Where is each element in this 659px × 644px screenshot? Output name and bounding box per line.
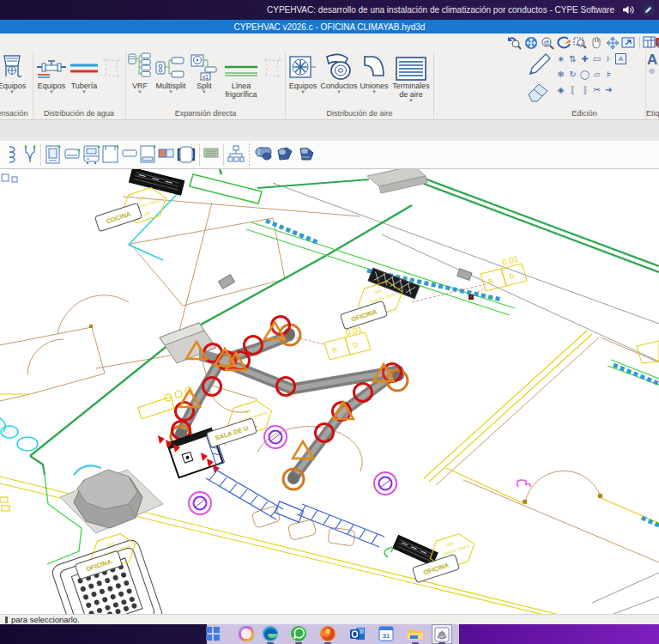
uniones-button[interactable]: Uniones ▼ [360,50,389,94]
dropdown-caret: ▼ [0,90,31,94]
edge-icon[interactable] [262,625,279,642]
align-icon[interactable]: ⊦ [603,53,614,64]
duct-ghost-icon [261,50,285,81]
dropdown-caret: ▼ [320,90,358,94]
fan-unit-icon [287,50,318,81]
copilot-icon[interactable] [238,625,255,642]
unit-slim-icon[interactable] [122,149,138,158]
nav-separator [639,37,640,49]
coil-icon[interactable] [6,145,18,164]
symmetry-icon[interactable]: ❄ [555,69,566,80]
cype-app-active[interactable] [432,624,452,644]
scheme-tree-icon[interactable] [227,145,245,164]
speaker-icon[interactable] [622,5,635,15]
tuberia-button[interactable]: Tubería ▼ [69,50,100,94]
resize-icon[interactable]: ▭ [591,53,602,64]
equipos-agua-button[interactable]: Equipos ▼ [35,50,68,94]
svg-text:000: 000 [445,540,454,547]
eraser-icon[interactable] [525,81,551,106]
ceiling-cassette[interactable] [51,538,165,614]
redraw-icon[interactable] [556,36,571,50]
app-bar: CYPEHVAC v2026.c - OFICINA CLIMAYAB.hyd3… [0,20,659,33]
duct-fitting1-icon[interactable] [255,147,272,161]
linea-frigorifica-button[interactable]: Línea frigorífica [221,50,262,99]
trim-left-icon[interactable]: ⟦ [567,84,578,95]
draw-pencil-icon[interactable] [525,52,553,82]
group-separator [433,51,434,130]
windows-start-icon[interactable] [204,625,221,642]
cyan-lines[interactable] [0,188,183,475]
cut-icon[interactable]: ✂ [591,84,602,95]
svg-text:D: D [508,272,515,281]
unit-bracket-icon[interactable] [177,145,196,164]
multisplit-icon [154,50,188,81]
zoom-window-icon[interactable]: @ [540,36,555,50]
text-icon[interactable]: A [615,53,626,64]
unit-door-icon[interactable] [140,145,157,164]
status-text: para seleccionarlo. [11,615,80,624]
drawing-canvas[interactable]: 0.01 0.01 B D B D [0,169,659,614]
outlook-icon[interactable] [349,625,366,642]
trim-right-icon[interactable]: ⟧ [579,84,590,95]
move-icon[interactable] [605,36,620,50]
zoom-previous-icon[interactable] [506,36,522,50]
multisplit-button[interactable]: Multisplit ▼ [154,50,188,94]
duct-node[interactable] [469,295,474,300]
small-grille-icon[interactable] [203,148,220,159]
rooftop-unit[interactable] [367,169,427,193]
grille-connector [384,548,392,557]
equipos-condensacion-button[interactable]: Equipos ▼ [0,50,31,94]
copy-icon[interactable]: ▱ [591,69,602,80]
split-button[interactable]: x1 Split ▼ [190,50,219,94]
ribbon-group-aire: Equipos ▼ Conductos ▼ Uniones ▼ [286,50,433,118]
edit-node-icon[interactable]: ∗ [555,53,566,64]
unit-horizontal-icon[interactable] [64,149,81,160]
terminales-button[interactable]: Terminales de aire ▼ [390,50,432,103]
pan-hand-icon[interactable] [589,36,604,50]
whatsapp-icon[interactable] [290,625,307,642]
layers-icon[interactable] [656,36,659,50]
measure-icon[interactable]: ⊧ [603,69,614,80]
firefox-icon[interactable] [319,625,336,642]
status-icon [5,617,8,623]
fullscreen-icon[interactable] [621,36,637,50]
blue-linear-ducts[interactable] [266,221,659,526]
file-explorer-icon[interactable] [407,625,424,642]
grille-icon [390,50,432,81]
equipos-aire-button[interactable]: Equipos ▼ [287,50,318,94]
duct-fitting3-icon[interactable] [298,147,315,161]
vrf-button[interactable]: VRF ▼ [128,50,152,94]
unit-vertical-icon[interactable] [45,145,62,164]
rotate-icon[interactable]: ↻ [567,69,578,80]
duct-fitting2-icon[interactable] [276,147,293,161]
conductos-button[interactable]: Conductos ▼ [320,50,358,94]
branch-icon[interactable] [23,145,37,164]
pin-icon[interactable]: ➔ [603,84,614,95]
calendar-icon[interactable]: 31 [378,625,395,642]
zoom-extents-icon[interactable] [523,36,539,50]
circle-icon[interactable]: ◯ [579,69,590,80]
diffuser-markers[interactable] [189,426,530,514]
zoom-rect-icon[interactable] [572,36,588,50]
label-a-icon[interactable]: A [647,52,657,69]
taskbar: 31 [0,624,659,644]
svg-text:x1: x1 [203,74,209,80]
stretch-icon[interactable]: ⇅ [567,53,578,64]
duct-ghost-icon [100,50,124,81]
unit-box-icon[interactable] [102,145,119,164]
dropdown-caret: ▼ [360,90,389,94]
document-title: CYPEHVAC v2026.c - OFICINA CLIMAYAB.hyd3… [234,22,426,32]
ribbon-group-condensacion: Equipos ▼ densación [0,50,33,118]
move-element-icon[interactable]: ✚ [579,53,590,64]
paint-icon[interactable]: ◈ [555,84,566,95]
status-bar: para seleccionarlo. [0,614,659,624]
cooling-tower-icon [0,50,31,81]
quick-toolbar [0,141,659,169]
window-title: CYPEHVAC: desarrollo de una instalación … [267,5,614,15]
pen-icon[interactable] [643,4,654,15]
ribbon-group-etiquetas: A ◎ Etiqu [646,50,659,118]
unit-double-icon[interactable] [158,148,175,160]
cype-app-icon [433,626,450,643]
svg-text:31: 31 [383,632,390,640]
unit-cabinet-icon[interactable] [83,145,101,164]
